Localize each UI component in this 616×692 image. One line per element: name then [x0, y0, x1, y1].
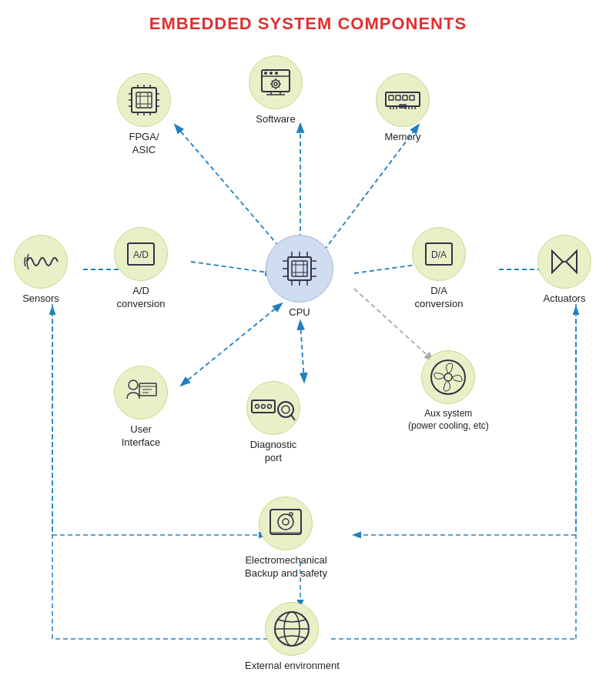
electromech-label: ElectromechanicalBackup and safety [245, 554, 327, 580]
svg-text:A/D: A/D [133, 249, 149, 260]
software-label: Software [256, 113, 295, 126]
sensors-icon [14, 235, 68, 289]
electromech-icon [259, 496, 313, 550]
actuators-label: Actuators [544, 293, 586, 306]
diagram-container: EMBEDDED SYSTEM COMPONENTS [0, 0, 616, 692]
ad-icon: A/D [114, 227, 168, 281]
svg-line-2 [320, 125, 418, 256]
svg-rect-75 [396, 95, 400, 100]
svg-point-109 [283, 519, 289, 525]
diagnostic-label: Diagnosticport [250, 439, 297, 465]
svg-point-61 [274, 82, 277, 85]
ad-label: A/Dconversion [117, 285, 166, 311]
fpga-label: FPGA/ASIC [129, 131, 159, 157]
svg-point-58 [270, 72, 273, 75]
arrows-svg [0, 0, 616, 692]
svg-line-3 [191, 262, 273, 273]
node-ad: A/D A/Dconversion [114, 227, 168, 311]
svg-line-68 [279, 81, 280, 82]
node-actuators: Actuators [537, 235, 591, 306]
svg-rect-74 [389, 95, 393, 100]
node-aux: Aux system(power cooling, etc) [408, 350, 489, 432]
svg-point-106 [444, 373, 452, 381]
svg-line-8 [300, 322, 304, 381]
node-electromech: ElectromechanicalBackup and safety [245, 496, 327, 580]
svg-point-104 [282, 406, 290, 413]
svg-line-103 [291, 415, 295, 420]
fpga-icon [117, 73, 171, 127]
actuators-icon [537, 235, 591, 289]
node-memory: Memory [376, 73, 430, 144]
cpu-icon [266, 235, 333, 303]
sensors-label: Sensors [22, 293, 59, 306]
svg-line-67 [279, 86, 280, 87]
svg-point-110 [290, 513, 293, 516]
svg-point-101 [268, 405, 272, 409]
node-fpga: FPGA/ASIC [117, 73, 171, 157]
node-user-interface: UserInterface [114, 366, 168, 450]
da-label: D/Aconversion [415, 285, 464, 311]
aux-icon [421, 350, 475, 404]
svg-rect-20 [292, 261, 307, 276]
memory-icon [376, 73, 430, 127]
svg-point-57 [264, 72, 267, 75]
page-title: EMBEDDED SYSTEM COMPONENTS [0, 0, 616, 34]
external-label: External environment [245, 660, 340, 673]
node-software: Software [249, 55, 303, 126]
svg-rect-38 [136, 92, 152, 108]
node-sensors: Sensors [14, 235, 68, 306]
svg-point-100 [262, 405, 266, 409]
cpu-label: CPU [289, 306, 310, 319]
memory-label: Memory [385, 131, 421, 144]
svg-point-93 [129, 380, 138, 389]
svg-point-59 [275, 72, 278, 75]
external-icon [265, 602, 319, 656]
node-diagnostic: Diagnosticport [246, 381, 300, 465]
node-external: External environment [245, 602, 340, 673]
da-icon: D/A [412, 227, 466, 281]
user-interface-label: UserInterface [122, 423, 161, 450]
node-cpu: CPU [266, 235, 333, 319]
node-da: D/A D/Aconversion [412, 227, 466, 311]
aux-label: Aux system(power cooling, etc) [408, 408, 489, 432]
user-interface-icon [114, 366, 168, 420]
svg-point-105 [431, 360, 465, 394]
svg-line-69 [272, 86, 273, 87]
svg-marker-90 [552, 251, 563, 272]
svg-rect-76 [403, 95, 407, 100]
svg-rect-37 [132, 88, 156, 112]
svg-rect-77 [410, 95, 414, 100]
svg-point-108 [278, 514, 293, 530]
svg-point-99 [256, 405, 259, 409]
svg-rect-107 [270, 510, 301, 534]
svg-marker-91 [566, 251, 577, 272]
svg-text:D/A: D/A [431, 249, 447, 260]
svg-line-66 [272, 81, 273, 82]
software-icon [249, 55, 303, 109]
diagnostic-icon [246, 381, 300, 435]
